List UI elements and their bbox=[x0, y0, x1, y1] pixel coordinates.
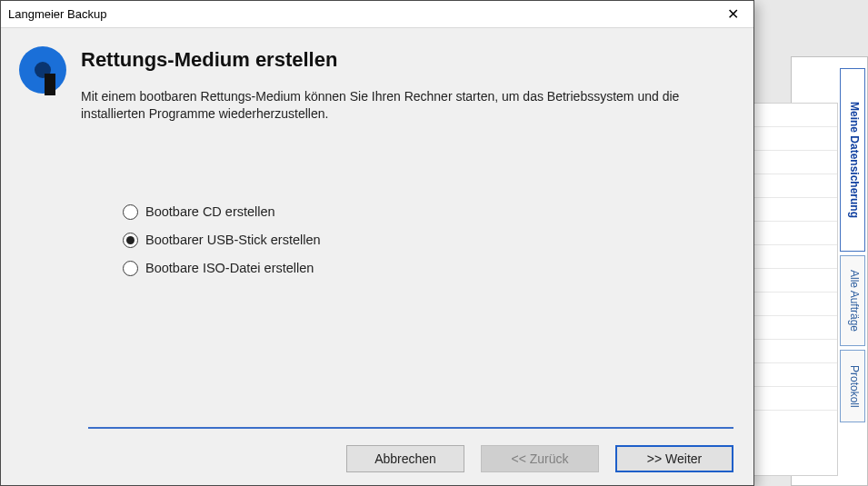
radio-bootable-iso[interactable]: Bootbare ISO-Datei erstellen bbox=[123, 261, 737, 276]
dialog-header: Rettungs-Medium erstellen Mit einem boot… bbox=[17, 28, 737, 135]
radio-bootable-usb[interactable]: Bootbarer USB-Stick erstellen bbox=[123, 233, 737, 248]
close-icon: ✕ bbox=[727, 5, 739, 23]
svg-rect-2 bbox=[45, 74, 55, 95]
radio-label: Bootbare ISO-Datei erstellen bbox=[145, 261, 314, 275]
media-options: Bootbare CD erstellen Bootbarer USB-Stic… bbox=[123, 204, 737, 289]
window-title: Langmeier Backup bbox=[8, 7, 712, 21]
divider bbox=[88, 427, 733, 429]
tab-protokoll[interactable]: Protokoll bbox=[840, 350, 865, 422]
dialog-content: Rettungs-Medium erstellen Mit einem boot… bbox=[1, 28, 753, 485]
close-button[interactable]: ✕ bbox=[712, 1, 753, 28]
radio-icon bbox=[123, 204, 138, 220]
parent-window-panel: Meine Datensicherung Alle Aufträge Proto… bbox=[791, 56, 868, 486]
radio-label: Bootbarer USB-Stick erstellen bbox=[145, 233, 321, 247]
radio-icon bbox=[123, 261, 138, 276]
dialog-heading: Rettungs-Medium erstellen bbox=[81, 48, 737, 72]
tab-alle-auftraege[interactable]: Alle Aufträge bbox=[840, 255, 865, 346]
rescue-media-dialog: Langmeier Backup ✕ Rettungs-Medium erste… bbox=[0, 0, 754, 486]
radio-bootable-cd[interactable]: Bootbare CD erstellen bbox=[123, 204, 737, 220]
cancel-button[interactable]: Abbrechen bbox=[346, 445, 464, 472]
header-text: Rettungs-Medium erstellen Mit einem boot… bbox=[81, 45, 737, 123]
titlebar: Langmeier Backup ✕ bbox=[1, 1, 753, 28]
back-button: << Zurück bbox=[481, 445, 599, 472]
wizard-buttons: Abbrechen << Zurück >> Weiter bbox=[346, 445, 733, 472]
dialog-description: Mit einem bootbaren Rettungs-Medium könn… bbox=[81, 88, 737, 123]
next-button[interactable]: >> Weiter bbox=[615, 445, 733, 472]
radio-label: Bootbare CD erstellen bbox=[145, 204, 275, 219]
app-icon bbox=[17, 45, 68, 95]
radio-icon bbox=[123, 233, 138, 248]
tab-meine-datensicherung[interactable]: Meine Datensicherung bbox=[840, 68, 865, 252]
app-icon-wrap bbox=[17, 45, 81, 123]
